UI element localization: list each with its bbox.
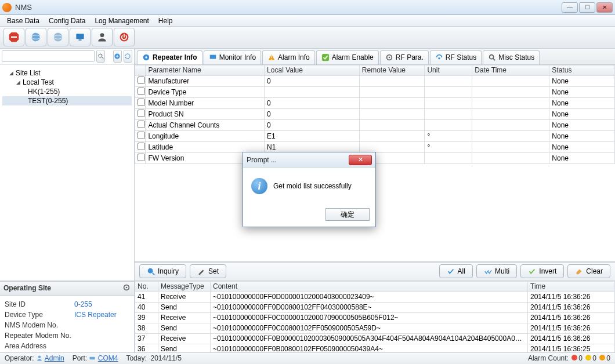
log-row[interactable]: 38 Send ~010100000000FF0C00800102FF05090… (135, 323, 615, 333)
today-value: 2014/11/5 (150, 354, 181, 362)
col-local[interactable]: Local Value (265, 65, 360, 75)
table-row[interactable]: Actual Channel Counts 0 None (135, 119, 615, 130)
tree-root[interactable]: Site List (2, 68, 132, 78)
cell-datetime (472, 86, 549, 97)
tab-label: Monitor Info (219, 53, 256, 61)
log-col-time[interactable]: Time (528, 281, 615, 292)
log-table: No. MessageType Content Time 41 Receive … (135, 281, 615, 352)
port-link[interactable]: COM4 (98, 354, 118, 362)
cell-local: 0 (265, 97, 360, 108)
svg-rect-30 (90, 357, 95, 360)
refresh-button[interactable] (124, 50, 132, 63)
cell-type: Receive (158, 292, 211, 302)
row-checkbox[interactable] (138, 99, 145, 106)
svg-text:!: ! (271, 54, 273, 61)
cell-status: None (549, 97, 615, 108)
minimize-button[interactable]: — (562, 2, 578, 13)
prompt-dialog: Prompt ... ✕ i Get moid list successfull… (243, 152, 376, 227)
cell-type: Send (158, 323, 211, 333)
toolbar-globe2-button[interactable] (48, 28, 68, 46)
toolbar-monitor-button[interactable] (70, 28, 91, 46)
table-row[interactable]: Product SN 0 None (135, 108, 615, 119)
tree-hk[interactable]: HK(1-255) (2, 87, 132, 96)
col-param[interactable]: Parameter Name (146, 65, 265, 75)
tab-misc-status[interactable]: Misc Status (483, 50, 540, 64)
add-button[interactable] (113, 50, 122, 63)
log-row[interactable]: 37 Receive ~010100000000FF0B000001020003… (135, 333, 615, 344)
tab-alarm-info[interactable]: !Alarm Info (262, 50, 315, 64)
tab-alarm-enable[interactable]: Alarm Enable (316, 50, 379, 64)
cell-content: ~010100000000FF0C000001020007090000505B6… (211, 312, 528, 323)
log-col-content[interactable]: Content (211, 281, 528, 292)
table-row[interactable]: Latitude N1 ° None (135, 141, 615, 152)
all-button[interactable]: All (439, 264, 473, 278)
tab-rf-para[interactable]: RF Para. (380, 50, 429, 64)
label-area-address: Area Address (5, 342, 74, 350)
tab-rf-status[interactable]: RF Status (430, 50, 482, 64)
toolbar-stop-button[interactable] (3, 28, 24, 46)
action-row: Inquiry Set All Multi Invert Clear (135, 262, 615, 281)
col-unit[interactable]: Unit (425, 65, 472, 75)
menu-base-data[interactable]: Base Data (2, 16, 44, 26)
maximize-button[interactable]: ☐ (579, 2, 595, 13)
table-row[interactable]: Longitude E1 ° None (135, 130, 615, 141)
cell-time: 2014/11/5 16:36:26 (528, 312, 615, 323)
multi-button[interactable]: Multi (476, 264, 517, 278)
label-device-type: Device Type (5, 311, 74, 319)
toolbar-power-button[interactable] (114, 28, 135, 46)
row-checkbox[interactable] (138, 110, 145, 117)
toolbar-globe-button[interactable] (26, 28, 46, 46)
log-row[interactable]: 41 Receive ~010100000000FF0D000001020004… (135, 292, 615, 302)
log-row[interactable]: 40 Send ~010100000000FF0D00800102FF04030… (135, 302, 615, 312)
log-row[interactable]: 39 Receive ~010100000000FF0C000001020007… (135, 312, 615, 323)
tab-monitor-info[interactable]: Monitor Info (204, 50, 261, 64)
search-button[interactable] (96, 50, 105, 63)
cell-local: 0 (265, 75, 360, 86)
row-checkbox[interactable] (138, 143, 145, 150)
row-checkbox[interactable] (138, 154, 145, 161)
col-datetime[interactable]: Date Time (472, 65, 549, 75)
cell-unit (425, 108, 472, 119)
tree-test[interactable]: TEST(0-255) (2, 96, 132, 105)
tree-local-test[interactable]: Local Test (2, 78, 132, 87)
svg-rect-19 (322, 54, 329, 61)
row-checkbox[interactable] (138, 121, 145, 128)
set-button[interactable]: Set (190, 264, 226, 278)
search-input[interactable] (2, 50, 95, 62)
statusbar: Operator: Admin Port: COM4 Today: 2014/1… (0, 352, 615, 364)
log-row[interactable]: 36 Send ~010100000000FF0B00800102FF05090… (135, 344, 615, 352)
close-button[interactable]: ✕ (596, 2, 613, 13)
log-col-type[interactable]: MessageType (158, 281, 211, 292)
row-checkbox[interactable] (138, 132, 145, 139)
operator-link[interactable]: Admin (45, 354, 64, 362)
cell-no: 38 (135, 323, 158, 333)
row-checkbox[interactable] (138, 77, 145, 84)
menu-help[interactable]: Help (154, 16, 178, 26)
table-row[interactable]: Device Type None (135, 86, 615, 97)
cell-content: ~010100000000FF0D00000102000403000023409… (211, 292, 528, 302)
table-row[interactable]: Model Number 0 None (135, 97, 615, 108)
log-col-no[interactable]: No. (135, 281, 158, 292)
col-status[interactable]: Status (549, 65, 615, 75)
tab-label: RF Para. (396, 53, 424, 61)
cell-status: None (549, 86, 615, 97)
cell-status: None (549, 141, 615, 152)
gear-icon[interactable] (122, 283, 131, 293)
cell-unit (425, 75, 472, 86)
invert-button[interactable]: Invert (520, 264, 564, 278)
toolbar-user-button[interactable] (92, 28, 113, 46)
clear-button[interactable]: Clear (567, 264, 610, 278)
dialog-close-button[interactable]: ✕ (349, 155, 372, 165)
cell-status: None (549, 130, 615, 141)
cell-remote (359, 119, 425, 130)
row-checkbox[interactable] (138, 88, 145, 95)
cell-remote (359, 75, 425, 86)
table-row[interactable]: Manufacturer 0 None (135, 75, 615, 86)
menu-log-management[interactable]: Log Management (90, 16, 153, 26)
cell-datetime (472, 97, 549, 108)
tab-repeater-info[interactable]: Repeater Info (137, 50, 202, 64)
dialog-ok-button[interactable]: 确定 (325, 208, 370, 221)
inquiry-button[interactable]: Inquiry (139, 264, 186, 278)
menu-config-data[interactable]: Config Data (44, 16, 90, 26)
col-remote[interactable]: Remote Value (359, 65, 425, 75)
